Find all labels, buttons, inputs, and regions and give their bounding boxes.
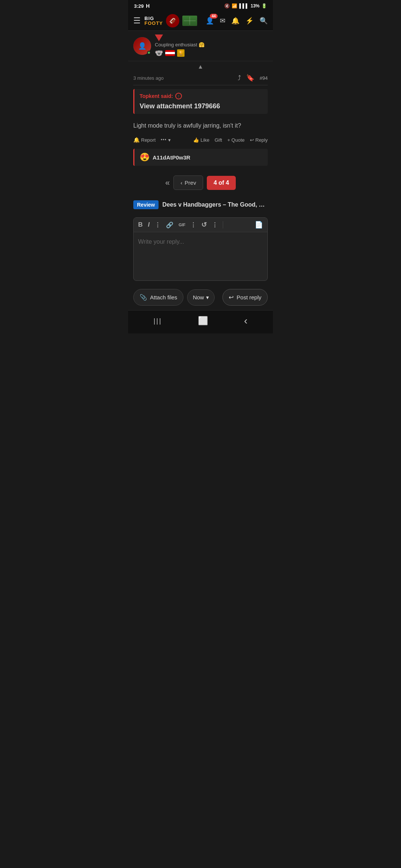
bottom-actions: 📎 Attach files Now ▾ ↩ Post reply: [128, 285, 273, 310]
media-button[interactable]: 📄: [255, 221, 263, 229]
user-info: Coupling enthusiast 🤗 🐨 🏆: [155, 34, 268, 57]
chevron-down-icon: ▾: [206, 294, 209, 301]
status-bar: 3:29 H 🔇 📶 ▌▌▌ 13% 🔋: [128, 0, 273, 11]
like-button[interactable]: 👍 Like: [193, 137, 209, 143]
quote-block: Topkent said: ↑ View attachment 1979666: [133, 89, 268, 114]
collapse-arrow[interactable]: ▲: [128, 61, 273, 71]
current-page: 4 of 4: [207, 176, 236, 190]
battery-label: 13%: [251, 3, 260, 9]
like-icon: 👍: [193, 137, 199, 143]
logo-footy-text: FOOTY: [144, 21, 163, 26]
trophy-badge: 🏆: [177, 49, 185, 57]
flag-badge: [165, 50, 175, 56]
gif-button[interactable]: GIF: [179, 223, 185, 227]
gift-button[interactable]: Gift: [215, 137, 222, 143]
nav-back-button[interactable]: ‹: [244, 315, 247, 327]
share-icon[interactable]: ⤴: [238, 74, 241, 82]
reply-editor: B I ⋮ 🔗 GIF ⋮ ↺ ⋮ 📄 Write your reply...: [133, 217, 268, 281]
toolbar-separator: [223, 221, 223, 228]
post-reply-button[interactable]: ↩ Post reply: [222, 289, 268, 306]
notifications-wrap[interactable]: 👤 44: [206, 17, 214, 25]
attach-icon: 📎: [140, 294, 147, 301]
status-icons: 🔇 📶 ▌▌▌ 13% 🔋: [224, 3, 267, 9]
post-reply-label: Post reply: [237, 294, 261, 300]
navbar: ☰ BIG FOOTY 🏈 👤 44 ✉ 🔔 ⚡ 🔍: [128, 11, 273, 31]
report-icon: 🔔: [133, 137, 140, 143]
attach-label: Attach files: [150, 294, 177, 300]
user-header: 👤 Coupling enthusiast 🤗 🐨 🏆: [128, 31, 273, 61]
mention-emoji: 😍: [140, 152, 150, 162]
post-number: #94: [260, 75, 268, 81]
gift-label: Gift: [215, 137, 222, 143]
bell-icon[interactable]: 🔔: [231, 17, 239, 25]
bolt-icon[interactable]: ⚡: [245, 17, 254, 25]
koala-emoji: 🐨: [155, 49, 163, 57]
mention-row[interactable]: 😍 A11dAtP0w3R: [133, 149, 268, 166]
mail-icon[interactable]: ✉: [220, 17, 225, 25]
like-label: Like: [200, 137, 209, 143]
more-format-button[interactable]: ⋮: [155, 221, 161, 228]
editor-placeholder: Write your reply...: [138, 239, 184, 245]
schedule-button[interactable]: Now ▾: [187, 289, 215, 306]
nav-list-button[interactable]: |||: [153, 317, 162, 325]
quote-button[interactable]: + Quote: [227, 137, 245, 143]
quote-content: View attachment 1979666: [140, 102, 263, 110]
more-undo-button[interactable]: ⋮: [212, 221, 218, 228]
quote-author: Topkent said: ↑: [140, 93, 263, 99]
prev-icon: ‹: [180, 180, 182, 186]
undo-button[interactable]: ↺: [201, 221, 207, 229]
more-dots-icon: •••: [161, 137, 167, 142]
chevron-down-icon: ▾: [168, 137, 171, 143]
nav-home-button[interactable]: ⬜: [198, 316, 208, 326]
quote-author-name: Topkent said:: [140, 93, 173, 99]
menu-icon[interactable]: ☰: [133, 16, 141, 26]
emoji-badges: 🐨 🏆: [155, 49, 268, 57]
battery-icon: 🔋: [261, 3, 267, 9]
field-thumbnail: [182, 16, 197, 26]
post-timestamp: 3 minutes ago: [133, 75, 164, 81]
review-tag: Review: [133, 200, 159, 209]
user-description: Coupling enthusiast 🤗: [155, 42, 268, 47]
review-title: Dees v Handbaggers – The Good, Bad & Ugl…: [162, 201, 268, 208]
carrier-icon: H: [146, 3, 150, 9]
post-metadata: 3 minutes ago ⤴ 🔖 #94: [128, 71, 273, 85]
review-banner: Review Dees v Handbaggers – The Good, Ba…: [128, 196, 273, 214]
more-button[interactable]: ••• ▾: [161, 137, 171, 143]
editor-area[interactable]: Write your reply...: [134, 232, 267, 280]
link-button[interactable]: 🔗: [166, 221, 173, 228]
prev-label: Prev: [185, 180, 196, 186]
status-time: 3:29 H: [134, 3, 150, 9]
bookmark-icon[interactable]: 🔖: [246, 74, 254, 82]
report-button[interactable]: 🔔 Report: [133, 137, 156, 143]
signal-icon: ▌▌▌: [239, 3, 249, 9]
quote-up-icon: ↑: [175, 93, 182, 99]
search-icon[interactable]: 🔍: [260, 17, 268, 25]
prev-button[interactable]: ‹ Prev: [173, 175, 203, 190]
logo-ball: 🏈: [166, 14, 179, 27]
reply-button[interactable]: ↩ Reply: [250, 137, 268, 143]
editor-toolbar: B I ⋮ 🔗 GIF ⋮ ↺ ⋮ 📄: [134, 218, 267, 232]
navbar-icons: 👤 44 ✉ 🔔 ⚡ 🔍: [206, 17, 268, 25]
post-body: Light mode truly is awfully jarring, isn…: [128, 118, 273, 134]
online-indicator: [147, 51, 151, 55]
attach-files-button[interactable]: 📎 Attach files: [133, 289, 183, 306]
pagination: « ‹ Prev 4 of 4: [128, 170, 273, 196]
post-body-text: Light mode truly is awfully jarring, isn…: [133, 122, 241, 129]
wifi-icon: 📶: [232, 3, 237, 9]
notifications-badge: 44: [210, 14, 218, 19]
post-actions-right: ⤴ 🔖 #94: [238, 74, 268, 82]
post-reply-icon: ↩: [229, 294, 234, 301]
schedule-label: Now: [193, 294, 204, 300]
report-label: Report: [141, 137, 156, 143]
avatar-wrap: 👤: [133, 37, 151, 55]
italic-button[interactable]: I: [148, 221, 150, 228]
bold-button[interactable]: B: [138, 221, 143, 228]
more-insert-button[interactable]: ⋮: [190, 221, 196, 228]
skip-back-button[interactable]: «: [165, 178, 170, 188]
mute-icon: 🔇: [224, 3, 230, 9]
reply-icon: ↩: [250, 137, 254, 143]
bottom-nav: ||| ⬜ ‹: [128, 310, 273, 333]
user-badges: [155, 34, 268, 41]
logo: BIG FOOTY 🏈: [144, 14, 202, 27]
quote-label: + Quote: [227, 137, 245, 143]
